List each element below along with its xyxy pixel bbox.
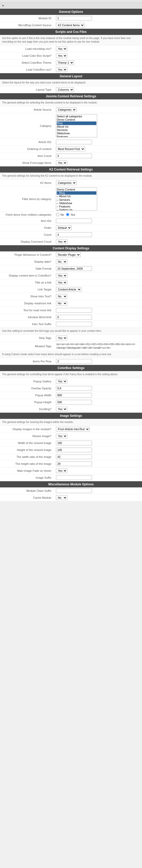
section-header-general-options: General Options xyxy=(0,9,142,15)
label-k2-category-listbox: Filter items by category xyxy=(0,186,54,212)
fetch-children-radio: NoYes xyxy=(56,213,140,216)
width-ratio-field[interactable] xyxy=(56,455,92,459)
label-scrolling-select: Scrolling? xyxy=(0,406,54,413)
value-item-count-field xyxy=(54,153,142,159)
cache-module-select[interactable]: NoYes xyxy=(56,495,67,500)
colorbox-theme-select[interactable]: Theme 1 xyxy=(56,60,74,65)
load-microblog-css-select[interactable]: YesNo xyxy=(56,46,67,51)
value-k2-category-listbox: Demo Content– Blog– About Us– Services– … xyxy=(54,186,142,212)
label-display-colorbox-select: Display content item in ColorBox? xyxy=(0,272,54,279)
value-category-listbox: Select all categoriesDemo ContentBlogAbo… xyxy=(54,113,142,139)
label-width-ratio-field: The width ratio of the image xyxy=(0,454,54,460)
value-title-link-select: YesNo xyxy=(54,279,142,286)
label-content-source-select: MicroBlog Content Source xyxy=(0,22,54,29)
popup-width-field[interactable] xyxy=(56,393,92,398)
k2-count-field[interactable] xyxy=(56,232,92,237)
label-load-colorbox-css-select: Load ColorBox css? xyxy=(0,66,54,73)
label-module-class-field: Module Class Suffix xyxy=(0,488,54,494)
label-title-link-select: Title as a link xyxy=(0,279,54,286)
label-ordering-select: Ordering of content xyxy=(0,146,54,153)
section-desc-joomla-content: The general settings for selecting the J… xyxy=(0,99,142,106)
label-display-readmore-select: Display readmore link xyxy=(0,300,54,307)
value-scrolling-select: YesNo xyxy=(54,406,142,413)
label-height-ratio-field: The height ratio of the image xyxy=(0,460,54,467)
date-format-field[interactable] xyxy=(56,266,92,271)
label-category-listbox: Category xyxy=(0,113,54,139)
value-content-source-select: K2 Content Items xyxy=(54,22,142,29)
display-images-select[interactable]: From Article IntroText xyxy=(56,427,90,431)
readmore-text-field[interactable] xyxy=(56,308,92,313)
article-source-select[interactable]: Categories xyxy=(56,107,76,112)
content-source-select[interactable]: K2 Content Items xyxy=(56,23,85,28)
display-readmore-select[interactable]: NoYes xyxy=(56,301,67,306)
k2-order-select[interactable]: Default xyxy=(56,225,72,230)
label-k2-order-select: Order xyxy=(0,224,54,231)
overlay-opacity-field[interactable] xyxy=(56,386,92,391)
popup-gallery-select[interactable]: YesNo xyxy=(56,379,67,384)
ordering-select[interactable]: Most Recent First xyxy=(56,147,85,151)
label-items-per-row-field: Items Per Row xyxy=(0,358,54,365)
label-k2-item-ids-field: Item IDs xyxy=(0,218,54,224)
item-count-field[interactable] xyxy=(56,154,92,158)
resize-height-field[interactable] xyxy=(56,447,92,452)
value-k2-count-field xyxy=(54,231,142,238)
article-ids-field[interactable] xyxy=(56,140,92,144)
label-display-images-select: Display Images in the module? xyxy=(0,426,54,433)
intro-suffix-field[interactable] xyxy=(56,322,92,327)
k2-item-ids-field[interactable] xyxy=(56,219,92,223)
label-module-id-field: Module ID xyxy=(0,15,54,22)
strip-tags-select[interactable]: YesNo xyxy=(56,336,67,340)
value-k2-items-select: Categories xyxy=(54,180,142,186)
k2-items-select[interactable]: Categories xyxy=(56,181,76,185)
label-fade-hover-select: Main image Fade on Hover xyxy=(0,467,54,474)
label-introtext-word-field: Introtext Word limit xyxy=(0,314,54,321)
category-listbox[interactable]: Select all categoriesDemo ContentBlogAbo… xyxy=(56,114,97,137)
section-desc-colorbox-settings: The general settings for controlling how… xyxy=(0,371,142,378)
value-colorbox-theme-select: Theme 1 xyxy=(54,59,142,66)
height-ratio-field[interactable] xyxy=(56,462,92,466)
value-k2-item-ids-field xyxy=(54,218,142,224)
label-date-format-field: Date Format xyxy=(0,265,54,272)
label-cache-module-select: Cache Module xyxy=(0,494,54,501)
display-comment-select[interactable]: YesNo xyxy=(56,239,67,244)
popup-height-field[interactable] xyxy=(56,400,92,404)
display-colorbox-select[interactable]: YesNo xyxy=(56,273,67,278)
scrolling-select[interactable]: YesNo xyxy=(56,407,67,411)
value-popup-width-field xyxy=(54,392,142,399)
items-per-row-field[interactable] xyxy=(56,359,92,364)
load-colorbox-css-select[interactable]: YesNo xyxy=(56,67,67,72)
load-colorbox-script-select[interactable]: YesNo xyxy=(56,54,67,58)
label-overlay-opacity-field: Overlay Opacity xyxy=(0,385,54,392)
value-intro-suffix-field xyxy=(54,321,142,328)
show-intro-select[interactable]: NoYes xyxy=(56,294,67,299)
title-link-select[interactable]: YesNo xyxy=(56,280,67,285)
image-suffix-field[interactable] xyxy=(56,475,92,480)
section-header-misc-options: Miscellaneous Module Options xyxy=(0,481,142,488)
value-display-comment-select: YesNo xyxy=(54,238,142,245)
show-frontpage-select[interactable]: YesNo xyxy=(56,160,67,165)
value-load-colorbox-css-select: YesNo xyxy=(54,66,142,73)
layout-type-select[interactable]: Columns xyxy=(56,87,74,92)
introtext-word-field[interactable] xyxy=(56,315,92,319)
value-load-colorbox-script-select: YesNo xyxy=(54,52,142,59)
strip-tags-desc: Use this setting to nominate the html ta… xyxy=(0,328,142,335)
label-article-source-select: Article Source xyxy=(0,106,54,113)
plugin-behaviour-select[interactable]: Render Plugin xyxy=(56,252,81,257)
module-id-field[interactable] xyxy=(56,16,92,21)
value-items-per-row-field xyxy=(54,358,142,365)
value-article-source-select: Categories xyxy=(54,106,142,113)
fade-hover-select[interactable]: YesNo xyxy=(56,468,67,473)
resize-width-field[interactable] xyxy=(56,441,92,445)
section-header-scripts-css: Scripts and Css Files xyxy=(0,29,142,35)
value-layout-type-select: Columns xyxy=(54,86,142,93)
section-desc-image-settings: The general settings for resizing the im… xyxy=(0,419,142,426)
section-desc-scripts-css: Set this option to yes if this is the on… xyxy=(0,35,142,45)
module-class-field[interactable] xyxy=(56,489,92,493)
resize-image-select[interactable]: YesNo xyxy=(56,434,67,438)
link-target-select[interactable]: Content Article xyxy=(56,287,81,292)
display-date-select[interactable]: NoYes xyxy=(56,259,67,264)
label-show-intro-select: Show Intro Text? xyxy=(0,293,54,300)
k2-category-listbox[interactable]: Demo Content– Blog– About Us– Services– … xyxy=(56,187,97,211)
value-readmore-text-field xyxy=(54,307,142,314)
value-show-frontpage-select: YesNo xyxy=(54,159,142,166)
